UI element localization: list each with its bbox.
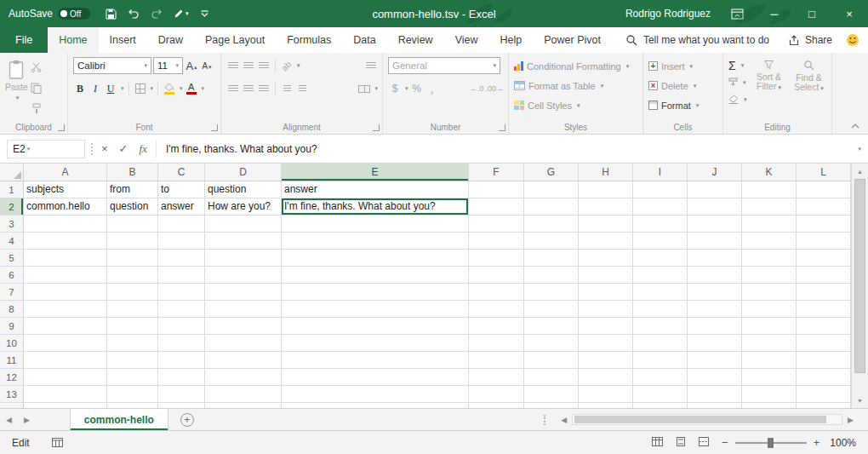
fill-color-button[interactable] xyxy=(163,80,176,97)
zoom-level[interactable]: 100% xyxy=(830,437,856,449)
cell-E4[interactable] xyxy=(282,233,469,250)
cell-F5[interactable] xyxy=(469,250,524,267)
cell-E1[interactable]: answer xyxy=(282,181,469,198)
horizontal-scrollbar-thumb[interactable] xyxy=(574,416,826,423)
feedback-button[interactable] xyxy=(846,27,868,53)
cell-B3[interactable] xyxy=(107,216,158,233)
cell-C12[interactable] xyxy=(158,369,205,386)
wrap-text-button[interactable] xyxy=(364,57,378,74)
clipboard-dialog-launcher-icon[interactable] xyxy=(58,124,65,131)
cell-C1[interactable]: to xyxy=(158,181,205,198)
cell-G9[interactable] xyxy=(524,318,579,335)
cell-F7[interactable] xyxy=(469,284,524,301)
fill-button[interactable] xyxy=(728,74,747,90)
align-center-button[interactable] xyxy=(242,80,255,97)
tab-draw[interactable]: Draw xyxy=(147,27,194,53)
cell-J5[interactable] xyxy=(688,250,742,267)
cell-D11[interactable] xyxy=(205,352,282,369)
cell-C2[interactable]: answer xyxy=(158,198,205,216)
cell-K8[interactable] xyxy=(742,301,797,318)
fill-color-dropdown-icon[interactable] xyxy=(178,85,183,92)
cell-D10[interactable] xyxy=(205,335,282,352)
cell-C5[interactable] xyxy=(158,250,205,267)
sheet-tab-common-hello[interactable]: common-hello xyxy=(70,409,168,430)
cell-E12[interactable] xyxy=(282,369,469,386)
font-dialog-launcher-icon[interactable] xyxy=(211,124,218,131)
cell-J4[interactable] xyxy=(688,233,742,250)
cell-K5[interactable] xyxy=(742,250,797,267)
column-header-E[interactable]: E xyxy=(282,164,469,181)
cell-A11[interactable] xyxy=(24,352,107,369)
cell-K9[interactable] xyxy=(742,318,797,335)
tab-review[interactable]: Review xyxy=(387,27,444,53)
number-dialog-launcher-icon[interactable] xyxy=(499,124,505,131)
enter-button[interactable]: ✓ xyxy=(117,142,131,155)
tab-view[interactable]: View xyxy=(444,27,489,53)
cell-K10[interactable] xyxy=(742,335,797,352)
cancel-button[interactable]: × xyxy=(99,142,111,155)
cell-E7[interactable] xyxy=(282,284,469,301)
borders-button[interactable] xyxy=(134,80,147,97)
macro-record-button[interactable] xyxy=(52,438,63,447)
cell-H4[interactable] xyxy=(579,233,633,250)
cell-C8[interactable] xyxy=(158,301,205,318)
cell-J13[interactable] xyxy=(688,386,742,403)
increase-font-size-button[interactable]: A xyxy=(185,57,198,74)
decrease-font-size-button[interactable]: A xyxy=(200,57,214,74)
next-sheet-button[interactable]: ▶ xyxy=(18,409,36,430)
cell-I6[interactable] xyxy=(633,267,688,284)
previous-sheet-button[interactable]: ◀ xyxy=(0,409,18,430)
cell-G8[interactable] xyxy=(524,301,579,318)
cell-F2[interactable] xyxy=(469,198,524,216)
cell-J3[interactable] xyxy=(688,216,742,233)
row-header-1[interactable]: 1 xyxy=(0,181,24,198)
cell-I5[interactable] xyxy=(633,250,688,267)
cell-A1[interactable]: subjects xyxy=(24,181,107,198)
row-header-10[interactable]: 10 xyxy=(0,335,24,352)
cell-D8[interactable] xyxy=(205,301,282,318)
cell-L12[interactable] xyxy=(797,369,851,386)
pen-mode-button[interactable] xyxy=(174,9,189,19)
orientation-button[interactable]: ab xyxy=(280,57,294,74)
cell-L5[interactable] xyxy=(797,250,851,267)
column-header-A[interactable]: A xyxy=(24,164,107,181)
cell-G10[interactable] xyxy=(524,335,579,352)
cell-D1[interactable]: question xyxy=(205,181,282,198)
horizontal-scrollbar[interactable]: ◀ ▶ xyxy=(544,409,856,430)
row-header-4[interactable]: 4 xyxy=(0,233,24,250)
cell-D7[interactable] xyxy=(205,284,282,301)
cell-A6[interactable] xyxy=(24,267,107,284)
cell-K12[interactable] xyxy=(742,369,797,386)
cell-F11[interactable] xyxy=(469,352,524,369)
cell-C13[interactable] xyxy=(158,386,205,403)
cell-J10[interactable] xyxy=(688,335,742,352)
cell-K7[interactable] xyxy=(742,284,797,301)
cut-button[interactable] xyxy=(30,59,43,76)
cell-C6[interactable] xyxy=(158,267,205,284)
row-header-13[interactable]: 13 xyxy=(0,386,24,403)
tab-help[interactable]: Help xyxy=(489,27,534,53)
user-name[interactable]: Rodrigo Rodriguez xyxy=(625,8,711,20)
cell-D3[interactable] xyxy=(205,216,282,233)
save-button[interactable] xyxy=(106,9,117,20)
cell-C11[interactable] xyxy=(158,352,205,369)
cell-A10[interactable] xyxy=(24,335,107,352)
cell-H10[interactable] xyxy=(579,335,633,352)
normal-view-button[interactable] xyxy=(652,437,663,449)
cell-G3[interactable] xyxy=(524,216,579,233)
cell-I9[interactable] xyxy=(633,318,688,335)
cell-F12[interactable] xyxy=(469,369,524,386)
merge-center-dropdown-icon[interactable] xyxy=(373,85,378,92)
column-header-D[interactable]: D xyxy=(205,164,282,181)
increase-indent-button[interactable] xyxy=(295,80,309,97)
cell-styles-button[interactable]: Cell Styles xyxy=(514,96,638,114)
column-header-B[interactable]: B xyxy=(107,164,158,181)
column-header-C[interactable]: C xyxy=(158,164,205,181)
cell-A13[interactable] xyxy=(24,386,107,403)
cell-B11[interactable] xyxy=(107,352,158,369)
undo-button[interactable] xyxy=(128,9,140,19)
font-name-select[interactable]: Calibri xyxy=(73,57,151,74)
column-header-I[interactable]: I xyxy=(633,164,688,181)
row-header-8[interactable]: 8 xyxy=(0,301,24,318)
decrease-indent-button[interactable] xyxy=(280,80,294,97)
